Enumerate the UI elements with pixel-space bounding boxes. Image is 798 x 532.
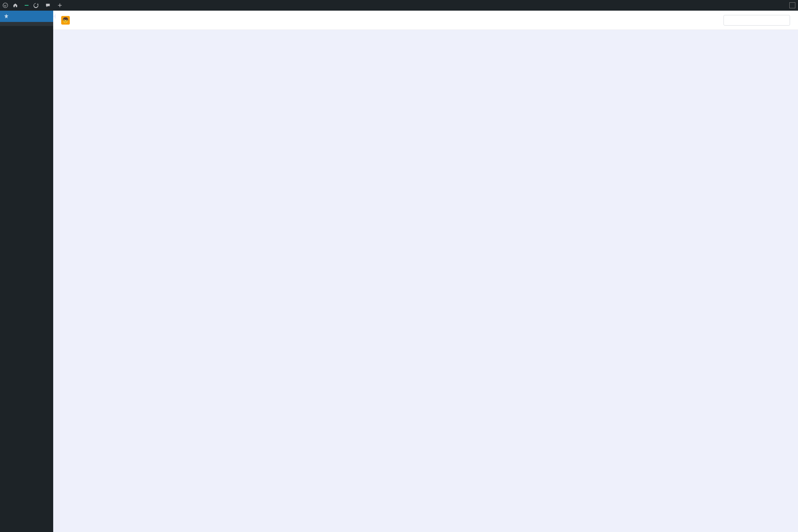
comment-icon — [45, 3, 51, 8]
mycred-brand: 👦 — [61, 16, 72, 25]
admin-sidebar — [0, 11, 53, 532]
brand-logo-icon: 👦 — [61, 16, 70, 25]
plus-icon — [57, 3, 62, 8]
avatar-icon — [790, 2, 795, 8]
updates[interactable] — [33, 3, 41, 8]
svg-point-0 — [3, 3, 8, 8]
live-badge — [25, 5, 28, 6]
menu-item-mycred[interactable] — [0, 11, 53, 22]
wp-admin-bar — [0, 0, 798, 11]
mycred-submenu — [0, 22, 53, 26]
star-icon — [3, 13, 9, 19]
wp-logo[interactable] — [3, 3, 8, 8]
main-area: 👦 — [53, 11, 798, 532]
mycred-topbar: 👦 — [53, 11, 798, 30]
update-icon — [33, 3, 39, 8]
search-input[interactable] — [723, 15, 790, 25]
home-icon — [13, 3, 18, 8]
comments[interactable] — [45, 3, 53, 8]
wordpress-icon — [3, 3, 8, 8]
user-menu[interactable] — [787, 2, 795, 8]
site-name[interactable] — [13, 3, 20, 8]
new-content[interactable] — [57, 3, 64, 8]
